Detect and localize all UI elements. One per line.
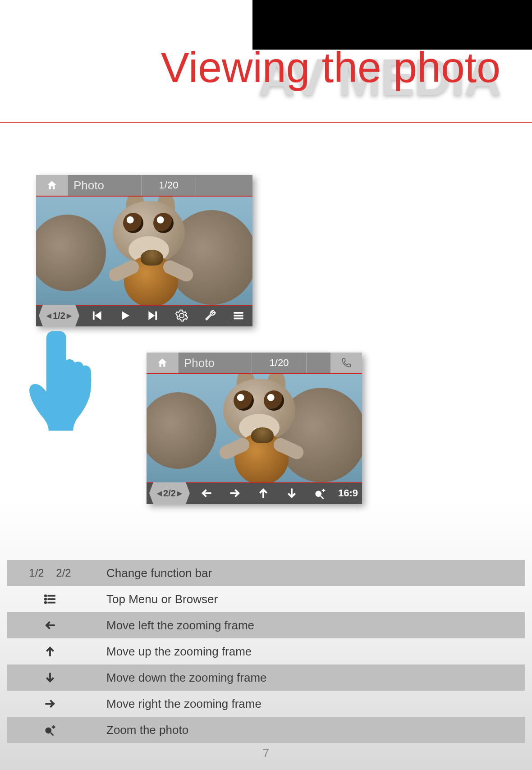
arrow-down-icon: [43, 671, 57, 684]
header-divider: [0, 122, 532, 123]
legend-desc: Change function bar: [93, 566, 525, 580]
prev-photo-button[interactable]: [82, 305, 110, 326]
zoom-button[interactable]: [306, 482, 334, 504]
pan-up-button[interactable]: [249, 482, 278, 504]
play-icon: [118, 309, 132, 322]
gear-icon: [175, 309, 188, 322]
menu-button[interactable]: [224, 305, 252, 326]
pan-down-button[interactable]: [277, 482, 306, 504]
svg-point-3: [45, 601, 47, 604]
phone-icon: [340, 357, 352, 369]
legend-icon-menu: [7, 592, 93, 606]
header-black-block: [252, 0, 532, 50]
function-legend-table: 1/2 2/2 Change function bar Top Menu or …: [7, 560, 525, 743]
aspect-ratio-label: 16:9: [338, 487, 358, 499]
legend-icon-left: [7, 619, 93, 632]
arrow-up-icon: [43, 645, 57, 658]
legend-row: Move down the zooming frame: [7, 665, 525, 691]
list-bullets-icon: [43, 592, 57, 606]
next-photo-button[interactable]: [139, 305, 167, 326]
pan-right-button[interactable]: [221, 482, 249, 504]
legend-row: Move up the zooming frame: [7, 638, 525, 665]
arrow-down-icon: [285, 486, 298, 500]
home-button[interactable]: [147, 353, 179, 373]
phone-button[interactable]: [330, 353, 362, 373]
svg-point-1: [45, 595, 47, 597]
next-track-icon: [147, 309, 160, 322]
device2-title: Photo: [179, 353, 252, 373]
arrow-left-icon: [43, 619, 57, 632]
legend-icon-zoom: [7, 723, 93, 737]
legend-icon-up: [7, 645, 93, 658]
home-icon: [156, 357, 168, 369]
zoom-icon: [43, 723, 57, 737]
legend-row: Move left the zooming frame: [7, 612, 525, 638]
play-button[interactable]: [110, 305, 139, 326]
svg-point-0: [316, 491, 321, 497]
previous-track-icon: [90, 309, 103, 322]
home-icon: [46, 179, 58, 191]
svg-point-2: [45, 598, 47, 600]
photo-viewer-page1: Photo 1/20 ◀1/2▶: [36, 175, 252, 326]
wrench-icon: [203, 309, 217, 322]
aspect-ratio-button[interactable]: 16:9: [334, 482, 362, 504]
tap-gesture-illustration: [23, 325, 99, 433]
device2-photo-area: [147, 374, 362, 483]
legend-desc: Move up the zooming frame: [93, 645, 525, 659]
legend-desc: Move left the zooming frame: [93, 619, 525, 632]
legend-icon-down: [7, 671, 93, 684]
home-button[interactable]: [36, 175, 68, 196]
device1-function-bar: ◀1/2▶: [36, 305, 252, 326]
device2-function-bar: ◀2/2▶ 16:9: [147, 482, 362, 504]
legend-row: Zoom the photo: [7, 717, 525, 743]
arrow-right-icon: [43, 697, 57, 710]
svg-point-4: [46, 728, 51, 733]
tools-button[interactable]: [196, 305, 224, 326]
function-page-toggle[interactable]: ◀2/2▶: [149, 482, 190, 504]
device1-photo-count: 1/20: [142, 175, 196, 196]
legend-row: 1/2 2/2 Change function bar: [7, 560, 525, 586]
arrow-up-icon: [257, 486, 270, 500]
device2-topbar: Photo 1/20: [147, 353, 362, 374]
arrow-right-icon: [228, 486, 242, 500]
legend-desc: Move down the zooming frame: [93, 671, 525, 685]
legend-row: Top Menu or Browser: [7, 586, 525, 612]
settings-button[interactable]: [167, 305, 196, 326]
page-number: 7: [0, 746, 532, 760]
page-header: AV MEDIA Viewing the photo: [0, 43, 532, 92]
legend-icon-pager: 1/2 2/2: [7, 567, 93, 579]
arrow-left-icon: [200, 486, 213, 500]
function-page-toggle[interactable]: ◀1/2▶: [39, 305, 79, 326]
legend-row: Move right the zooming frame: [7, 691, 525, 717]
legend-icon-right: [7, 697, 93, 710]
photo-viewer-page2: Photo 1/20 ◀2/2▶: [147, 353, 362, 504]
page-title: Viewing the photo: [0, 43, 500, 92]
list-icon: [232, 309, 245, 322]
pan-left-button[interactable]: [193, 482, 221, 504]
device1-photo-area: [36, 197, 252, 306]
zoom-icon: [313, 486, 327, 500]
legend-desc: Zoom the photo: [93, 723, 525, 737]
legend-desc: Move right the zooming frame: [93, 697, 525, 711]
device2-photo-count: 1/20: [252, 353, 307, 373]
device1-topbar: Photo 1/20: [36, 175, 252, 197]
device1-title: Photo: [68, 175, 142, 196]
legend-desc: Top Menu or Browser: [93, 592, 525, 606]
